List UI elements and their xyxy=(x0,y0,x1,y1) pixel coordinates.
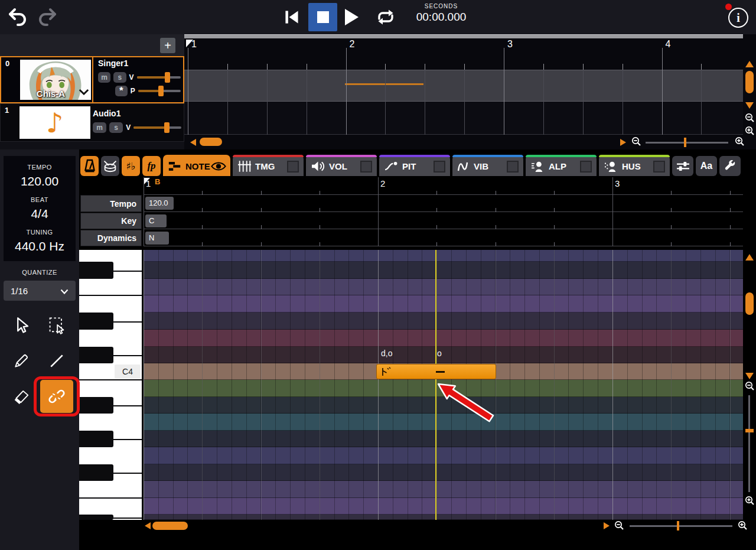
volume-slider[interactable] xyxy=(133,126,181,129)
track-row-singer[interactable]: 0 Chis-A xyxy=(0,56,184,103)
quantize-select[interactable]: 1/16 xyxy=(4,281,76,301)
tab-pit[interactable]: PIT xyxy=(379,155,450,176)
piano-roll-vertical-scrollbar[interactable] xyxy=(743,250,756,520)
tab-vol[interactable]: VOL xyxy=(306,155,377,176)
vertical-zoom-handle[interactable] xyxy=(745,429,754,432)
tool-eraser[interactable] xyxy=(5,380,38,413)
lyric-text[interactable]: d,o xyxy=(381,349,392,358)
project-info-box[interactable]: TEMPO 120.00 BEAT 4/4 TUNING 440.0 Hz xyxy=(4,156,76,261)
singer-avatar[interactable]: Chis-A xyxy=(20,60,91,100)
redo-button[interactable] xyxy=(37,7,58,27)
tab-vib[interactable]: VIB xyxy=(452,155,523,176)
note-grid[interactable]: d,o o xyxy=(144,250,743,520)
tab-checkbox[interactable] xyxy=(287,161,299,173)
zoom-out-vertical-button[interactable] xyxy=(745,113,755,123)
tool-marquee-select[interactable] xyxy=(40,309,73,342)
arrange-clip[interactable] xyxy=(345,83,423,85)
solo-button[interactable]: s xyxy=(113,72,126,83)
renderer-button[interactable]: * xyxy=(115,86,128,96)
black-key-G#3[interactable] xyxy=(79,431,113,447)
zoom-in-button[interactable] xyxy=(735,136,745,147)
accidental-toggle-button[interactable]: ♯♭ xyxy=(122,156,140,176)
zoom-slider-handle[interactable] xyxy=(684,138,686,147)
vertical-scroll-thumb[interactable] xyxy=(745,292,754,315)
text-style-button[interactable]: Aa xyxy=(696,156,717,176)
tool-pencil[interactable] xyxy=(5,344,38,377)
tab-hus[interactable]: HUS xyxy=(599,155,670,176)
scroll-down-button[interactable] xyxy=(745,373,754,379)
zoom-in-vertical-button[interactable] xyxy=(745,126,755,136)
tab-tmg[interactable]: TMG xyxy=(233,155,304,176)
chevron-down-icon[interactable] xyxy=(79,87,89,97)
black-key-A#3[interactable] xyxy=(79,397,113,414)
tab-note[interactable]: NOTE xyxy=(163,155,230,176)
black-key-C#4[interactable] xyxy=(79,347,113,363)
dynamics-toggle-button[interactable]: fp xyxy=(142,156,161,176)
zoom-in-button[interactable] xyxy=(738,520,748,531)
zoom-in-vertical-button[interactable] xyxy=(745,496,755,506)
stop-button[interactable] xyxy=(308,3,337,31)
vertical-zoom-slider[interactable] xyxy=(748,395,750,492)
black-key-D#4[interactable] xyxy=(79,313,113,330)
arrange-horizontal-scrollbar[interactable] xyxy=(184,135,743,149)
horizontal-scroll-thumb[interactable] xyxy=(152,522,188,530)
tempo-badge[interactable]: 120.0 xyxy=(145,197,174,210)
param-timeline[interactable] xyxy=(144,177,743,248)
key-badge[interactable]: C xyxy=(145,214,167,227)
arrange-lane-singer[interactable] xyxy=(184,70,743,102)
rewind-to-start-button[interactable] xyxy=(281,6,302,28)
dynamics-badge[interactable]: N xyxy=(145,232,169,245)
zoom-out-button[interactable] xyxy=(631,136,641,147)
black-key-F#3[interactable] xyxy=(79,464,113,481)
track-row-audio[interactable]: 1 ♪ Audio1 m s V xyxy=(0,103,184,142)
horizontal-scroll-thumb[interactable] xyxy=(200,138,222,146)
undo-button[interactable] xyxy=(7,7,28,27)
vertical-scroll-thumb[interactable] xyxy=(745,71,754,93)
scroll-up-button[interactable] xyxy=(745,61,754,67)
mixer-button[interactable] xyxy=(672,156,693,176)
audio-thumbnail[interactable]: ♪ xyxy=(19,106,90,139)
eye-icon[interactable] xyxy=(210,161,227,172)
tab-checkbox[interactable] xyxy=(434,161,445,173)
piano-roll-horizontal-scrollbar[interactable] xyxy=(79,520,756,532)
info-button[interactable]: i xyxy=(728,8,748,28)
piano-keyboard[interactable]: C4 xyxy=(79,250,144,520)
settings-wrench-button[interactable] xyxy=(719,156,741,176)
black-key-F#4[interactable] xyxy=(79,262,113,279)
scroll-right-button[interactable] xyxy=(604,522,610,529)
arrange-timeline[interactable]: 1234 xyxy=(184,38,743,135)
solo-button[interactable]: s xyxy=(109,122,123,133)
tab-alp[interactable]: ALP xyxy=(526,155,597,176)
arrange-lane-audio[interactable] xyxy=(184,102,743,135)
zoom-out-vertical-button[interactable] xyxy=(745,381,755,391)
mute-button[interactable]: m xyxy=(98,72,110,83)
tool-link[interactable] xyxy=(40,380,73,413)
lyric-text[interactable]: o xyxy=(437,349,442,358)
tool-line[interactable] xyxy=(40,344,73,377)
scroll-right-button[interactable] xyxy=(620,139,626,146)
add-track-button[interactable]: + xyxy=(160,38,175,53)
zoom-slider[interactable] xyxy=(630,525,732,527)
scroll-down-button[interactable] xyxy=(745,102,754,109)
scroll-left-button[interactable] xyxy=(190,139,196,146)
metronome-toggle-button[interactable] xyxy=(80,156,99,176)
loop-button[interactable] xyxy=(374,8,397,27)
tab-checkbox[interactable] xyxy=(507,161,519,173)
zoom-slider[interactable] xyxy=(646,142,728,144)
black-key-D#3[interactable] xyxy=(79,515,113,520)
volume-slider[interactable] xyxy=(137,76,181,79)
scroll-up-button[interactable] xyxy=(745,254,754,261)
tool-cursor[interactable] xyxy=(5,309,38,342)
drum-toggle-button[interactable] xyxy=(101,156,119,176)
tab-checkbox[interactable] xyxy=(580,161,592,173)
play-button[interactable] xyxy=(341,6,361,28)
arrange-vertical-scrollbar[interactable] xyxy=(743,38,756,149)
pitch-slider[interactable] xyxy=(138,90,181,92)
note-block[interactable] xyxy=(376,364,496,379)
tab-checkbox[interactable] xyxy=(653,161,665,173)
tab-checkbox[interactable] xyxy=(360,161,372,173)
zoom-out-button[interactable] xyxy=(614,520,624,531)
zoom-slider-handle[interactable] xyxy=(677,521,679,531)
scroll-left-button[interactable] xyxy=(145,522,151,529)
mute-button[interactable]: m xyxy=(93,122,106,133)
